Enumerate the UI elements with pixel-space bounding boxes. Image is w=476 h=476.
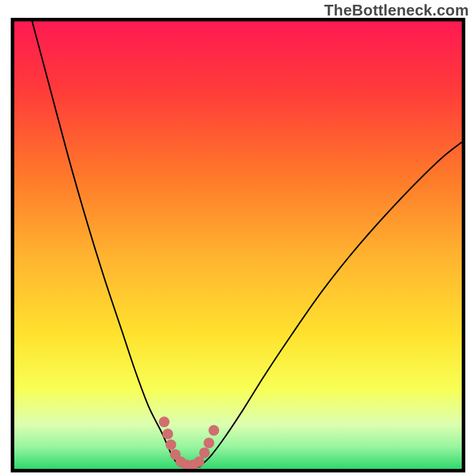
marker-point (208, 425, 219, 436)
marker-point (199, 447, 210, 458)
root: TheBottleneck.com (0, 0, 476, 476)
attribution-text: TheBottleneck.com (324, 1, 469, 20)
background-gradient (14, 21, 462, 469)
marker-point (159, 416, 170, 427)
marker-point (165, 439, 176, 450)
chart-svg (14, 21, 462, 469)
plot-area (14, 21, 462, 469)
chart-frame (11, 18, 465, 472)
marker-point (203, 437, 214, 448)
marker-point (162, 428, 173, 439)
marker-point (194, 456, 205, 467)
